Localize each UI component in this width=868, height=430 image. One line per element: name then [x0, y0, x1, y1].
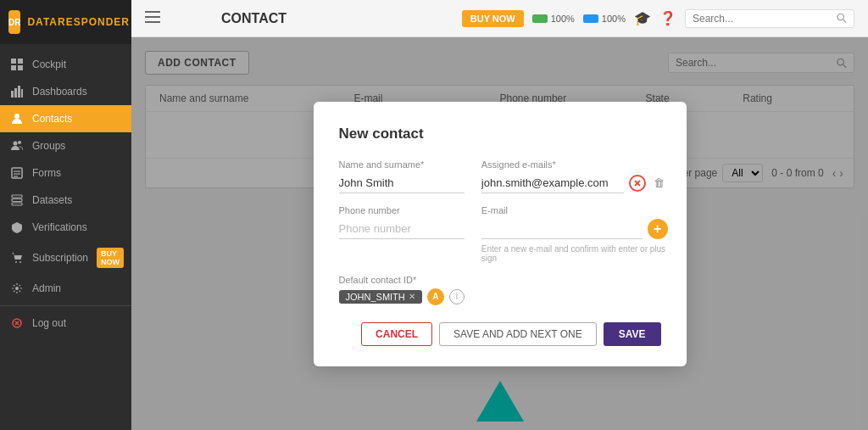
- email-label: E-mail: [481, 205, 668, 215]
- svg-point-10: [18, 141, 21, 144]
- search-input[interactable]: [693, 13, 837, 25]
- svg-rect-17: [12, 203, 22, 205]
- topbar: CONTACT BUY NOW 100% 100% 🎓 ❓: [131, 0, 868, 37]
- id-letter-badge: A: [427, 288, 444, 305]
- assigned-emails-form-group: Assigned e-mails* 🗑: [481, 159, 668, 193]
- sidebar-item-cockpit[interactable]: Cockpit: [0, 51, 131, 78]
- topbar-right: BUY NOW 100% 100% 🎓 ❓: [462, 9, 854, 28]
- save-button[interactable]: SAVE: [604, 322, 661, 346]
- svg-line-26: [843, 20, 846, 22]
- dataset-icon: [10, 193, 24, 207]
- modal-title: New contact: [339, 126, 661, 142]
- contact-id-form-group: Default contact ID* JOHN_SMITH ✕ A i: [339, 275, 465, 305]
- sidebar-item-subscription[interactable]: Subscription BUY NOW: [0, 241, 131, 275]
- email-input[interactable]: [481, 219, 643, 239]
- sidebar-item-admin[interactable]: Admin: [0, 275, 131, 302]
- main-content: CONTACT BUY NOW 100% 100% 🎓 ❓ ADD CONTAC…: [131, 0, 868, 430]
- new-contact-modal: New contact Name and surname* Assigned e…: [314, 102, 687, 366]
- svg-rect-23: [145, 16, 160, 18]
- modal-overlay: New contact Name and surname* Assigned e…: [131, 37, 868, 430]
- name-input[interactable]: [339, 173, 465, 193]
- modal-actions: CANCEL SAVE AND ADD NEXT ONE SAVE: [339, 322, 661, 346]
- person-icon: [10, 112, 24, 126]
- add-email-button[interactable]: +: [648, 219, 668, 239]
- cancel-button[interactable]: CANCEL: [361, 322, 432, 346]
- content-area: ADD CONTACT Name and surname E-mail Phon…: [131, 37, 868, 430]
- email-hint: Enter a new e-mail and confirm with ente…: [481, 244, 668, 263]
- buy-now-button[interactable]: BUY NOW: [462, 10, 524, 27]
- sidebar-nav: Cockpit Dashboards Contacts Groups Forms: [0, 44, 131, 430]
- sidebar-item-groups[interactable]: Groups: [0, 132, 131, 159]
- svg-rect-22: [145, 11, 160, 13]
- svg-rect-0: [11, 59, 16, 64]
- graduation-icon: 🎓: [634, 10, 651, 26]
- save-and-add-button[interactable]: SAVE AND ADD NEXT ONE: [439, 322, 597, 346]
- svg-rect-24: [145, 21, 160, 23]
- help-icon[interactable]: ❓: [659, 10, 676, 26]
- logo-text: DATARESPONDER: [27, 16, 130, 28]
- phone-label: Phone number: [339, 205, 465, 215]
- svg-rect-4: [11, 91, 14, 98]
- sidebar-item-forms[interactable]: Forms: [0, 159, 131, 187]
- svg-rect-7: [21, 89, 23, 98]
- assigned-emails-row: 🗑: [481, 173, 668, 193]
- svg-rect-1: [18, 59, 23, 64]
- menu-icon[interactable]: [145, 11, 160, 26]
- buy-now-badge: BUY NOW: [97, 248, 124, 268]
- info-icon[interactable]: i: [449, 289, 465, 304]
- svg-rect-16: [12, 199, 22, 202]
- phone-form-group: Phone number: [339, 205, 465, 263]
- sidebar: DR DATARESPONDER Cockpit Dashboards Cont…: [0, 0, 131, 430]
- svg-point-18: [15, 261, 17, 263]
- shield-icon: [10, 221, 24, 234]
- form-icon: [10, 166, 24, 180]
- name-form-group: Name and surname*: [339, 159, 465, 193]
- sidebar-item-datasets[interactable]: Datasets: [0, 187, 131, 214]
- svg-point-9: [14, 142, 18, 146]
- search-icon: [837, 13, 847, 24]
- delete-email-button[interactable]: 🗑: [651, 175, 668, 192]
- group-icon: [10, 139, 24, 153]
- logout-icon: [10, 316, 24, 330]
- battery-indicator-2: 100%: [583, 14, 626, 24]
- grid-icon: [10, 58, 24, 71]
- battery-icon-1: [532, 14, 548, 23]
- name-label: Name and surname*: [339, 159, 465, 170]
- svg-rect-3: [18, 65, 23, 70]
- battery-indicator-1: 100%: [532, 14, 575, 24]
- assigned-emails-input[interactable]: [481, 173, 624, 193]
- modal-form: Name and surname* Assigned e-mails* 🗑: [339, 159, 661, 305]
- contact-id-tag: JOHN_SMITH ✕: [339, 290, 422, 304]
- svg-point-19: [19, 261, 21, 263]
- email-form-group: E-mail + Enter a new e-mail and confirm …: [481, 205, 668, 263]
- sidebar-item-contacts[interactable]: Contacts: [0, 105, 131, 132]
- cart-icon: [10, 251, 24, 265]
- remove-id-tag-button[interactable]: ✕: [409, 292, 415, 301]
- svg-point-25: [837, 14, 843, 20]
- sidebar-logo: DR DATARESPONDER: [0, 0, 131, 44]
- logo-icon: DR: [8, 10, 20, 34]
- phone-input[interactable]: [339, 219, 465, 239]
- assigned-emails-label: Assigned e-mails*: [481, 159, 668, 170]
- sidebar-item-logout[interactable]: Log out: [0, 310, 131, 337]
- remove-email-button[interactable]: [629, 175, 646, 192]
- svg-rect-5: [14, 88, 17, 98]
- sidebar-item-verifications[interactable]: Verifications: [0, 214, 131, 241]
- admin-icon: [10, 282, 24, 295]
- battery-icon-2: [583, 14, 598, 23]
- search-bar: [685, 9, 854, 28]
- svg-rect-2: [11, 65, 16, 70]
- contact-id-row: JOHN_SMITH ✕ A i: [339, 288, 465, 305]
- page-title: CONTACT: [221, 11, 452, 26]
- svg-rect-6: [18, 86, 20, 98]
- svg-rect-15: [12, 195, 22, 198]
- svg-point-8: [14, 114, 19, 119]
- chart-icon: [10, 85, 24, 98]
- svg-point-20: [15, 287, 19, 290]
- sidebar-item-dashboards[interactable]: Dashboards: [0, 78, 131, 105]
- contact-id-label: Default contact ID*: [339, 275, 465, 285]
